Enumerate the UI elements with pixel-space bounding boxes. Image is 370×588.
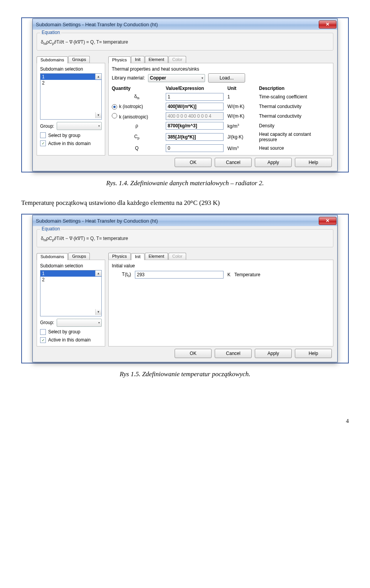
equation-group: Equation δtsρCp∂T/∂t − ∇·(k∇T) = Q, T= t…	[37, 33, 333, 51]
select-by-group-checkbox[interactable]	[40, 132, 46, 138]
val-k-iso[interactable]: 400[W/(m*K)]	[166, 103, 224, 110]
radio-k-iso[interactable]	[112, 104, 117, 110]
apply-button[interactable]: Apply	[255, 349, 292, 358]
figure-caption-2: Rys 1.5. Zdefiniowanie temperatur począt…	[21, 370, 349, 378]
close-button[interactable]: ✕	[319, 20, 336, 29]
unit-k-aniso: W/(m·K)	[227, 113, 255, 119]
qty-cp: Cp	[112, 134, 162, 140]
desc-delta-ts: Time-scaling coefficient	[259, 94, 330, 100]
figure-caption-1: Rys. 1.4. Zdefiniowanie danych materiało…	[21, 179, 349, 187]
tab-physics[interactable]: Physics	[108, 253, 131, 260]
val-delta-ts[interactable]: 1	[166, 93, 224, 101]
window-title: Subdomain Settings - Heat Transfer by Co…	[36, 218, 319, 224]
tab-element[interactable]: Element	[145, 253, 168, 260]
desc-rho: Density	[259, 123, 330, 128]
physics-panel: Thermal properties and heat sources/sink…	[108, 63, 333, 155]
chevron-down-icon: ▾	[202, 76, 203, 80]
tab-init[interactable]: Init	[131, 253, 145, 260]
selection-label: Subdomain selection	[40, 263, 102, 269]
tab-subdomains[interactable]: Subdomains	[37, 56, 68, 63]
list-item[interactable]: 1	[40, 270, 101, 277]
active-checkbox[interactable]: ✓	[40, 140, 46, 146]
tab-init[interactable]: Init	[131, 56, 145, 63]
load-button[interactable]: Load...	[208, 73, 245, 83]
subdomain-list[interactable]: ▴ 1 2 ▾	[40, 73, 102, 120]
scroll-down-icon[interactable]: ▾	[95, 112, 101, 118]
group-label: Group:	[40, 320, 54, 325]
ok-button[interactable]: OK	[175, 349, 212, 358]
physics-section-label: Thermal properties and heat sources/sink…	[112, 66, 330, 72]
init-value-input[interactable]: 293	[135, 271, 224, 279]
val-q[interactable]: 0	[166, 144, 224, 152]
equation-text: δtsρCp∂T/∂t − ∇·(k∇T) = Q, T= temperatur…	[41, 233, 329, 243]
col-quantity: Quantity	[112, 86, 162, 91]
group-combo[interactable]: ▾	[57, 319, 102, 327]
dialog-buttons: OK Cancel Apply Help	[37, 155, 333, 169]
radio-k-aniso[interactable]	[112, 113, 117, 118]
scroll-up-icon[interactable]: ▴	[95, 74, 101, 79]
subdomain-panel: Subdomain selection ▴ 1 2 ▾ Group:	[37, 260, 105, 346]
subdomain-settings-dialog-1: Subdomain Settings - Heat Transfer by Co…	[32, 19, 338, 171]
chevron-down-icon: ▾	[98, 321, 100, 324]
libmat-label: Library material:	[112, 75, 145, 81]
library-material-combo[interactable]: Copper ▾	[148, 74, 205, 82]
select-by-group-checkbox[interactable]	[40, 329, 46, 335]
unit-delta-ts: 1	[227, 94, 255, 100]
group-combo[interactable]: ▾	[57, 122, 102, 130]
unit-cp: J/(kg·K)	[227, 134, 255, 140]
scroll-down-icon[interactable]: ▾	[95, 309, 101, 315]
col-value: Value/Expression	[166, 86, 224, 91]
chevron-down-icon: ▾	[98, 124, 100, 128]
dialog-buttons: OK Cancel Apply Help	[37, 346, 333, 360]
desc-cp: Heat capacity at constant pressure	[259, 132, 330, 142]
unit-k-iso: W/(m·K)	[227, 104, 255, 109]
list-item[interactable]: 2	[40, 277, 101, 283]
tab-color: Color	[168, 253, 186, 260]
init-section-label: Initial value	[112, 263, 330, 269]
close-icon: ✕	[326, 218, 330, 223]
cancel-button[interactable]: Cancel	[215, 349, 252, 358]
qty-k-iso[interactable]: k (isotropic)	[112, 104, 162, 110]
right-tabs: Physics Init Element Color	[108, 54, 333, 63]
titlebar[interactable]: Subdomain Settings - Heat Transfer by Co…	[33, 215, 337, 226]
active-checkbox[interactable]: ✓	[40, 337, 46, 343]
init-panel: Initial value T(t0) 293 K Temperature	[108, 260, 333, 346]
init-unit: K	[227, 272, 230, 277]
qty-rho: ρ	[112, 123, 162, 128]
tab-groups[interactable]: Groups	[68, 253, 90, 260]
selection-label: Subdomain selection	[40, 66, 102, 72]
left-tabs: Subdomains Groups	[37, 54, 105, 63]
subdomain-list[interactable]: ▴ 1 2 ▾	[40, 270, 102, 316]
tab-element[interactable]: Element	[145, 56, 168, 63]
list-item[interactable]: 2	[40, 80, 101, 86]
qty-k-aniso[interactable]: k (anisotropic)	[112, 113, 162, 120]
val-cp[interactable]: 385[J/(kg*K)]	[166, 133, 224, 141]
help-button[interactable]: Help	[295, 158, 332, 167]
unit-q: W/m3	[227, 145, 255, 151]
tab-subdomains[interactable]: Subdomains	[37, 253, 68, 260]
active-label: Active in this domain	[48, 141, 91, 146]
select-by-group-label: Select by group	[48, 133, 80, 138]
help-button[interactable]: Help	[295, 349, 332, 358]
col-unit: Unit	[227, 86, 255, 91]
scroll-up-icon[interactable]: ▴	[95, 270, 101, 276]
libmat-value: Copper	[150, 75, 166, 81]
val-k-aniso: 400 0 0 0 400 0 0 0 4	[166, 112, 224, 120]
init-desc: Temperature	[234, 272, 260, 277]
close-button[interactable]: ✕	[319, 217, 336, 225]
tab-groups[interactable]: Groups	[68, 56, 90, 63]
list-item[interactable]: 1	[40, 74, 101, 80]
window-title: Subdomain Settings - Heat Transfer by Co…	[36, 22, 319, 27]
right-tabs: Physics Init Element Color	[108, 251, 333, 260]
qty-delta-ts: δts	[112, 94, 162, 100]
apply-button[interactable]: Apply	[255, 158, 292, 167]
tab-physics[interactable]: Physics	[108, 56, 131, 63]
val-rho[interactable]: 8700[kg/m^3]	[166, 122, 224, 130]
titlebar[interactable]: Subdomain Settings - Heat Transfer by Co…	[33, 19, 337, 30]
tab-color: Color	[168, 56, 186, 63]
body-text: Temperaturę początkową ustawiono dla każ…	[21, 199, 349, 207]
ok-button[interactable]: OK	[175, 158, 212, 167]
active-label: Active in this domain	[48, 337, 91, 343]
desc-k-aniso: Thermal conductivity	[259, 113, 330, 119]
cancel-button[interactable]: Cancel	[215, 158, 252, 167]
